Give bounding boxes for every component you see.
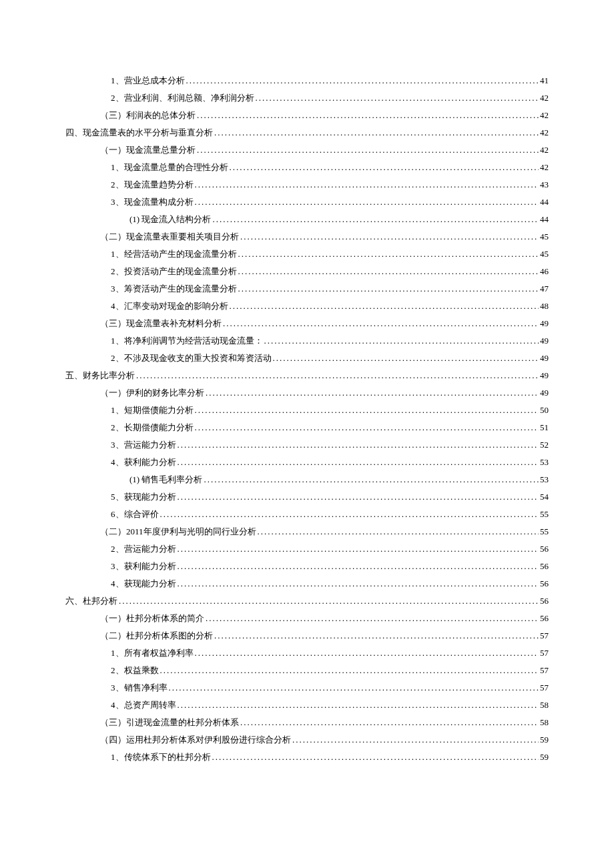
toc-entry: 3、营运能力分析52: [65, 436, 549, 454]
toc-page-number: 55: [540, 523, 549, 540]
toc-label: 1、现金流量总量的合理性分析: [111, 159, 228, 176]
toc-entry: 2、投资活动产生的现金流量分析46: [65, 263, 549, 280]
toc-leader-dots: [238, 280, 539, 298]
toc-label: 6、综合评价: [111, 506, 159, 523]
toc-page-number: 59: [540, 731, 549, 749]
toc-entry: 4、获利能力分析53: [65, 454, 549, 471]
toc-label: （二）2011年度伊利与光明的同行业分析: [100, 523, 256, 540]
toc-leader-dots: [214, 627, 539, 644]
toc-label: 4、汇率变动对现金的影响分析: [111, 298, 228, 315]
toc-label: 5、获现能力分析: [111, 488, 176, 506]
toc-label: 2、长期偿债能力分析: [111, 419, 194, 436]
toc-label: 4、获现能力分析: [111, 575, 176, 592]
table-of-contents: 1、营业总成本分析412、营业利润、利润总额、净利润分析42（三）利润表的总体分…: [65, 72, 549, 766]
toc-entry: 五、财务比率分析49: [65, 367, 549, 384]
toc-page-number: 49: [540, 350, 549, 367]
toc-page-number: 59: [540, 749, 549, 766]
toc-leader-dots: [264, 332, 539, 350]
toc-entry: 1、所有者权益净利率57: [65, 644, 549, 662]
toc-leader-dots: [160, 506, 539, 523]
toc-label: 2、现金流量趋势分析: [111, 176, 194, 193]
toc-label: 2、营业利润、利润总额、净利润分析: [111, 89, 254, 107]
toc-page-number: 58: [540, 714, 549, 731]
toc-label: 3、销售净利率: [111, 679, 168, 697]
toc-entry: 1、营业总成本分析41: [65, 72, 549, 89]
toc-entry: （四）运用杜邦分析体系对伊利股份进行综合分析59: [65, 731, 549, 749]
toc-label: 1、传统体系下的杜邦分析: [111, 749, 211, 766]
toc-entry: 2、营业利润、利润总额、净利润分析42: [65, 89, 549, 107]
toc-label: （一）现金流量总量分析: [100, 141, 196, 159]
toc-page-number: 57: [540, 644, 549, 662]
toc-label: （四）运用杜邦分析体系对伊利股份进行综合分析: [100, 731, 291, 749]
toc-page-number: 56: [540, 610, 549, 627]
toc-entry: 1、经营活动产生的现金流量分析45: [65, 246, 549, 263]
toc-leader-dots: [197, 141, 539, 159]
toc-leader-dots: [238, 263, 539, 280]
toc-leader-dots: [195, 402, 539, 419]
toc-label: 4、获利能力分析: [111, 454, 176, 471]
toc-page-number: 42: [540, 141, 549, 159]
toc-leader-dots: [136, 367, 539, 384]
toc-label: 四、现金流量表的水平分析与垂直分析: [65, 124, 213, 141]
toc-page-number: 49: [540, 332, 549, 350]
toc-leader-dots: [212, 749, 539, 766]
toc-entry: 六、杜邦分析56: [65, 592, 549, 610]
toc-entry: 1、短期偿债能力分析50: [65, 402, 549, 419]
toc-label: 五、财务比率分析: [65, 367, 135, 384]
toc-label: 1、所有者权益净利率: [111, 644, 194, 662]
toc-leader-dots: [178, 488, 539, 506]
toc-label: 3、现金流量构成分析: [111, 193, 194, 211]
toc-leader-dots: [178, 436, 539, 454]
toc-entry: 1、将净利润调节为经营活动现金流量：49: [65, 332, 549, 350]
toc-entry: 4、总资产周转率58: [65, 697, 549, 714]
toc-entry: 5、获现能力分析54: [65, 488, 549, 506]
toc-leader-dots: [186, 72, 539, 89]
toc-leader-dots: [223, 315, 539, 332]
toc-leader-dots: [214, 124, 539, 141]
toc-entry: （二）杜邦分析体系图的分析57: [65, 627, 549, 644]
toc-entry: 2、现金流量趋势分析43: [65, 176, 549, 193]
toc-leader-dots: [178, 454, 539, 471]
toc-leader-dots: [169, 679, 539, 697]
toc-label: （一）杜邦分析体系的简介: [100, 610, 204, 627]
toc-page-number: 58: [540, 697, 549, 714]
toc-page-number: 44: [540, 211, 549, 228]
toc-entry: 6、综合评价55: [65, 506, 549, 523]
toc-page-number: 43: [540, 176, 549, 193]
toc-leader-dots: [178, 540, 539, 558]
toc-leader-dots: [230, 298, 539, 315]
toc-page-number: 56: [540, 575, 549, 592]
toc-leader-dots: [195, 176, 539, 193]
toc-page-number: 50: [540, 402, 549, 419]
toc-page-number: 46: [540, 263, 549, 280]
toc-leader-dots: [238, 246, 539, 263]
toc-entry: 1、传统体系下的杜邦分析59: [65, 749, 549, 766]
toc-entry: （二）2011年度伊利与光明的同行业分析55: [65, 523, 549, 540]
toc-page-number: 42: [540, 107, 549, 124]
toc-entry: (1) 销售毛利率分析53: [65, 471, 549, 488]
toc-leader-dots: [195, 193, 539, 211]
toc-leader-dots: [178, 575, 539, 592]
toc-page-number: 55: [540, 506, 549, 523]
toc-entry: 3、筹资活动产生的现金流量分析47: [65, 280, 549, 298]
toc-entry: 四、现金流量表的水平分析与垂直分析42: [65, 124, 549, 141]
toc-page-number: 45: [540, 228, 549, 246]
toc-leader-dots: [240, 714, 539, 731]
toc-leader-dots: [273, 350, 539, 367]
toc-page-number: 53: [540, 454, 549, 471]
toc-page-number: 44: [540, 193, 549, 211]
toc-leader-dots: [212, 211, 539, 228]
toc-leader-dots: [195, 644, 539, 662]
toc-label: 1、经营活动产生的现金流量分析: [111, 246, 237, 263]
toc-entry: （一）杜邦分析体系的简介56: [65, 610, 549, 627]
toc-label: （三）现金流量表补充材料分析: [100, 315, 222, 332]
toc-label: 1、短期偿债能力分析: [111, 402, 194, 419]
toc-leader-dots: [258, 523, 539, 540]
toc-leader-dots: [292, 731, 539, 749]
toc-leader-dots: [178, 558, 539, 575]
toc-page-number: 48: [540, 298, 549, 315]
toc-label: （二）现金流量表重要相关项目分析: [100, 228, 239, 246]
toc-entry: 4、汇率变动对现金的影响分析48: [65, 298, 549, 315]
toc-page-number: 51: [540, 419, 549, 436]
toc-entry: （三）利润表的总体分析42: [65, 107, 549, 124]
